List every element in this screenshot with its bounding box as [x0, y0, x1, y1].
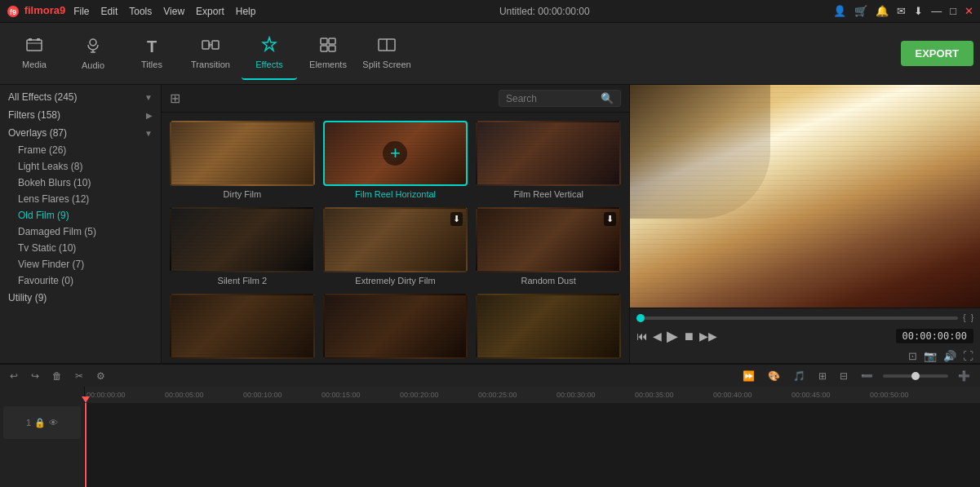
effect-card-7[interactable] [170, 294, 315, 362]
effects-panel: ⊞ 🔍 Dirty Film [162, 85, 629, 363]
seekbar-track[interactable] [636, 317, 958, 320]
undo-button[interactable]: ↩ [7, 370, 21, 383]
speed-icon[interactable]: ⏩ [739, 370, 758, 383]
sidebar-item-old-film[interactable]: Old Film (9) [0, 207, 161, 224]
volume-icon[interactable]: 🔊 [943, 350, 956, 362]
color-icon[interactable]: 🎨 [765, 370, 783, 383]
cart-icon[interactable]: 🛒 [854, 5, 867, 17]
effect-thumb-9[interactable] [476, 294, 621, 359]
effect-label-extremely-dirty-film: Extremely Dirty Film [323, 276, 468, 286]
notification-icon[interactable]: 🔔 [876, 5, 889, 17]
lock-icon[interactable]: 🔒 [34, 418, 46, 428]
download-icon-random-dust[interactable]: ⬇ [604, 212, 616, 226]
menu-help[interactable]: Help [236, 6, 256, 17]
svg-rect-8 [202, 41, 209, 49]
menu-view[interactable]: View [163, 6, 184, 17]
sidebar-item-all-effects[interactable]: All Effects (245) ▼ [0, 88, 161, 106]
grid-toggle-icon[interactable]: ⊞ [170, 91, 180, 106]
timeline-track-area[interactable] [85, 403, 980, 487]
sidebar-item-overlays[interactable]: Overlays (87) ▼ [0, 124, 161, 142]
sidebar-item-frame[interactable]: Frame (26) [0, 142, 161, 158]
account-icon[interactable]: 👤 [833, 5, 846, 17]
split-icon[interactable]: ⊞ [815, 370, 830, 383]
pip-icon[interactable]: ⊡ [908, 350, 917, 362]
close-icon[interactable]: ✕ [964, 5, 973, 17]
step-back-button[interactable]: ◀ [653, 330, 662, 343]
download-icon-extremely-dirty[interactable]: ⬇ [450, 212, 463, 226]
stop-button[interactable]: ⏹ [683, 330, 694, 343]
effect-card-film-reel-horizontal[interactable]: + Film Reel Horizontal [323, 121, 468, 199]
delete-button[interactable]: 🗑 [49, 370, 65, 383]
effect-card-dirty-film[interactable]: Dirty Film [170, 121, 315, 199]
effect-card-9[interactable] [476, 294, 621, 362]
export-button[interactable]: EXPORT [901, 41, 973, 66]
effect-card-8[interactable] [323, 294, 468, 362]
toolbar-transition[interactable]: Transition [183, 28, 238, 80]
effect-thumb-film-reel-vertical[interactable] [476, 121, 621, 186]
toolbar-split-screen[interactable]: Split Screen [359, 28, 415, 80]
cut-button[interactable]: ✂ [72, 370, 86, 383]
preview-buttons: ⏮ ◀ ▶ ⏹ ▶▶ 00:00:00:00 [636, 327, 973, 345]
titlebar-left: f9 filmora9 File Edit Tools View Export … [7, 4, 255, 18]
sidebar-item-tv-static[interactable]: Tv Static (10) [0, 240, 161, 256]
sidebar-item-utility[interactable]: Utility (9) [0, 289, 161, 307]
toolbar-media[interactable]: Media [7, 28, 62, 80]
effect-card-extremely-dirty-film[interactable]: ⬇ Extremely Dirty Film [323, 207, 468, 286]
audio-track-icon[interactable]: 🎵 [790, 370, 809, 383]
plus-icon[interactable]: ➕ [955, 370, 973, 383]
seekbar-thumb[interactable] [636, 314, 645, 322]
download-icon[interactable]: ⬇ [914, 5, 923, 17]
chevron-right-icon: ▶ [146, 111, 153, 120]
minus-icon[interactable]: ➖ [858, 370, 876, 383]
track-number-1: 1 [26, 418, 31, 427]
toolbar-elements[interactable]: Elements [300, 28, 356, 80]
effect-card-film-reel-vertical[interactable]: Film Reel Vertical [476, 121, 621, 199]
effect-label-dirty-film: Dirty Film [170, 189, 315, 199]
effect-thumb-extremely-dirty-film[interactable]: ⬇ [323, 207, 468, 272]
sidebar-item-favourite[interactable]: Favourite (0) [0, 272, 161, 289]
skip-to-start-button[interactable]: ⏮ [636, 330, 648, 343]
effect-card-random-dust[interactable]: ⬇ Random Dust [476, 207, 621, 286]
middle-row: All Effects (245) ▼ Filters (158) ▶ Over… [0, 85, 980, 363]
fullscreen-icon[interactable]: ⛶ [963, 350, 973, 362]
menu-export[interactable]: Export [196, 6, 224, 17]
tick-8: 00:00:40:00 [712, 391, 790, 399]
effect-card-silent-film-2[interactable]: Silent Film 2 [170, 207, 315, 286]
play-button[interactable]: ▶ [667, 327, 678, 345]
redo-button[interactable]: ↪ [28, 370, 42, 383]
adjust-button[interactable]: ⚙ [93, 370, 109, 383]
toolbar-titles[interactable]: T Titles [124, 28, 180, 80]
sidebar-item-filters[interactable]: Filters (158) ▶ [0, 106, 161, 124]
screenshot-icon[interactable]: 📷 [924, 350, 937, 362]
maximize-icon[interactable]: □ [950, 5, 956, 17]
search-bar[interactable]: 🔍 [499, 90, 621, 107]
sidebar-item-view-finder[interactable]: View Finder (7) [0, 256, 161, 272]
message-icon[interactable]: ✉ [897, 5, 906, 17]
effect-thumb-film-reel-horizontal[interactable]: + [323, 121, 468, 186]
effect-label-silent-film-2: Silent Film 2 [170, 276, 315, 286]
sidebar-item-bokeh-blurs[interactable]: Bokeh Blurs (10) [0, 175, 161, 191]
effect-thumb-dirty-film[interactable] [170, 121, 315, 186]
toolbar-effects[interactable]: Effects [242, 28, 297, 80]
effect-thumb-7[interactable] [170, 294, 315, 359]
search-input[interactable] [506, 93, 596, 104]
seekbar-bracket-left: { [963, 313, 965, 322]
menu-edit[interactable]: Edit [101, 6, 118, 17]
menu-tools[interactable]: Tools [129, 6, 152, 17]
effect-thumb-random-dust[interactable]: ⬇ [476, 207, 621, 272]
toolbar-audio[interactable]: Audio [65, 28, 121, 80]
crop-icon[interactable]: ⊟ [836, 370, 851, 383]
eye-icon[interactable]: 👁 [49, 418, 58, 427]
sidebar-item-lens-flares[interactable]: Lens Flares (12) [0, 191, 161, 207]
sidebar-item-light-leaks[interactable]: Light Leaks (8) [0, 158, 161, 175]
sidebar-item-damaged-film[interactable]: Damaged Film (5) [0, 224, 161, 240]
step-forward-button[interactable]: ▶▶ [699, 330, 717, 343]
effects-grid-container[interactable]: Dirty Film + Film Reel Horizontal [162, 113, 629, 363]
titlebar-right: 👤 🛒 🔔 ✉ ⬇ — □ ✕ [833, 5, 973, 17]
minimize-icon[interactable]: — [931, 5, 942, 17]
menu-file[interactable]: File [73, 6, 89, 17]
toolbar-media-label: Media [22, 60, 47, 69]
effect-thumb-silent-film-2[interactable] [170, 207, 315, 272]
zoom-slider[interactable] [883, 374, 948, 378]
effect-thumb-8[interactable] [323, 294, 468, 359]
